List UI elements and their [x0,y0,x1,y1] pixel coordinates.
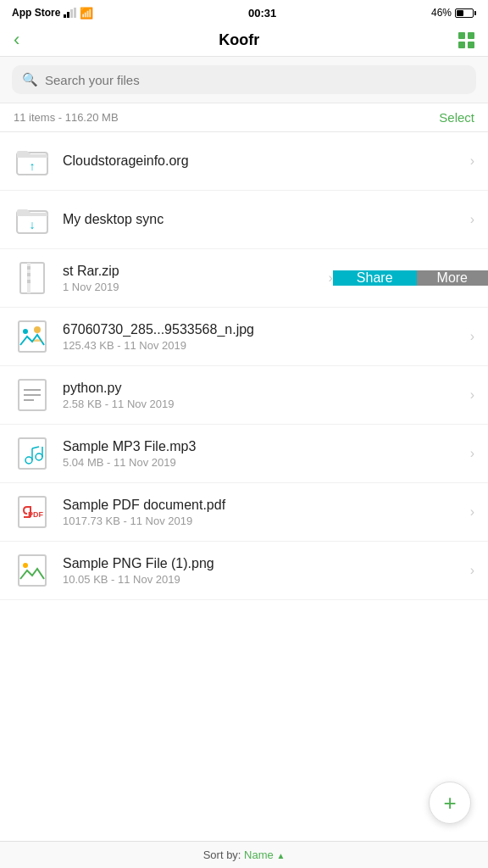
svg-text:↑: ↑ [30,159,36,173]
wifi-icon: 📶 [80,7,93,19]
search-wrapper: 🔍 [12,65,476,94]
svg-point-26 [23,563,28,568]
file-name: Sample PDF document.pdf [63,498,463,513]
more-button[interactable]: More [417,270,488,286]
file-meta: 10.05 KB - 11 Nov 2019 [63,573,463,586]
file-meta: 2.58 KB - 11 Nov 2019 [63,398,463,410]
chevron-right-icon: › [470,387,474,403]
list-item[interactable]: python.py 2.58 KB - 11 Nov 2019 › [0,366,488,425]
list-item[interactable]: Sample PNG File (1).png 10.05 KB - 11 No… [0,542,488,600]
add-fab-button[interactable]: + [429,782,471,824]
share-button[interactable]: Share [333,270,417,286]
search-input[interactable] [45,73,466,87]
sort-arrow-icon: ▲ [276,851,285,860]
battery-icon [455,8,476,18]
swipe-actions: Share More [333,270,488,286]
chevron-right-icon: › [470,563,474,578]
carrier-label: App Store [12,7,60,19]
svg-point-10 [23,329,28,334]
list-item[interactable]: ↑ Cloudstorageinfo.org › [0,132,488,191]
nav-title: Koofr [219,31,259,49]
file-meta: 5.04 MB - 11 Nov 2019 [63,456,463,469]
chevron-right-icon: › [470,212,474,227]
file-name: Sample PNG File (1).png [63,556,463,571]
list-item[interactable]: 67060730_285...9533568_n.jpg 125.43 KB -… [0,308,488,366]
signal-icon [64,8,76,18]
chevron-right-icon: › [470,446,474,461]
audio-file-icon [14,435,51,472]
file-meta: 1017.73 KB - 11 Nov 2019 [63,515,463,527]
file-info: Sample PDF document.pdf 1017.73 KB - 11 … [63,498,463,527]
svg-rect-6 [27,266,30,270]
battery-percent: 46% [431,7,452,19]
status-bar: App Store 📶 00:31 46% [0,0,488,24]
archive-icon [14,259,51,297]
file-info: My desktop sync [63,212,463,227]
file-info: Cloudstorageinfo.org [63,153,463,169]
svg-text:PDF: PDF [28,510,44,519]
select-button[interactable]: Select [439,110,474,125]
svg-rect-25 [19,555,46,586]
file-info: Sample MP3 File.mp3 5.04 MB - 11 Nov 201… [63,439,463,469]
file-name: Sample MP3 File.mp3 [63,439,463,454]
file-name: python.py [63,381,463,396]
file-info: st Rar.zip 1 Nov 2019 [63,264,322,293]
file-info: 67060730_285...9533568_n.jpg 125.43 KB -… [63,322,463,352]
sort-value: Name [244,849,274,861]
nav-bar: ‹ Koofr [0,24,488,57]
file-info: python.py 2.58 KB - 11 Nov 2019 [63,381,463,410]
folder-upload-icon: ↑ [14,142,51,180]
file-meta: 125.43 KB - 11 Nov 2019 [63,339,463,352]
list-item[interactable]: Sample MP3 File.mp3 5.04 MB - 11 Nov 201… [0,425,488,483]
status-time: 00:31 [248,7,276,19]
folder-download-icon: ↓ [14,201,51,238]
chevron-right-icon: › [470,504,474,520]
png-file-icon [14,552,51,589]
svg-point-17 [25,457,32,464]
file-info: Sample PNG File (1).png 10.05 KB - 11 No… [63,556,463,586]
file-name: st Rar.zip [63,264,322,279]
list-item[interactable]: ↓ My desktop sync › [0,191,488,249]
status-left: App Store 📶 [12,7,93,19]
svg-point-20 [36,453,42,460]
back-button[interactable]: ‹ [14,31,19,49]
items-bar: 11 items - 116.20 MB Select [0,103,488,132]
svg-rect-9 [19,321,46,352]
image-file-icon [14,318,51,355]
file-meta: 1 Nov 2019 [63,281,322,293]
svg-line-19 [32,447,39,448]
sort-bar[interactable]: Sort by: Name ▲ [0,841,488,868]
chevron-right-icon: › [470,329,474,344]
search-bar: 🔍 [0,57,488,103]
file-name: 67060730_285...9533568_n.jpg [63,322,463,337]
list-item[interactable]: PDF Sample PDF document.pdf 1017.73 KB -… [0,483,488,542]
svg-rect-7 [27,273,30,276]
search-icon: 🔍 [22,72,38,87]
svg-rect-4 [20,263,44,293]
svg-text:↓: ↓ [30,218,36,231]
sort-label: Sort by: [203,849,241,861]
file-name: Cloudstorageinfo.org [63,153,463,169]
items-count: 11 items - 116.20 MB [14,111,119,124]
grid-view-button[interactable] [458,32,474,48]
svg-point-11 [34,326,41,333]
text-file-icon [14,376,51,414]
file-list: ↑ Cloudstorageinfo.org › ↓ My desktop sy… [0,132,488,600]
chevron-right-icon: › [470,153,474,169]
status-right: 46% [431,7,476,19]
file-name: My desktop sync [63,212,463,227]
pdf-file-icon: PDF [14,493,51,531]
list-item-swiped[interactable]: st Rar.zip 1 Nov 2019 › Share More [0,249,488,308]
svg-rect-8 [27,280,30,283]
